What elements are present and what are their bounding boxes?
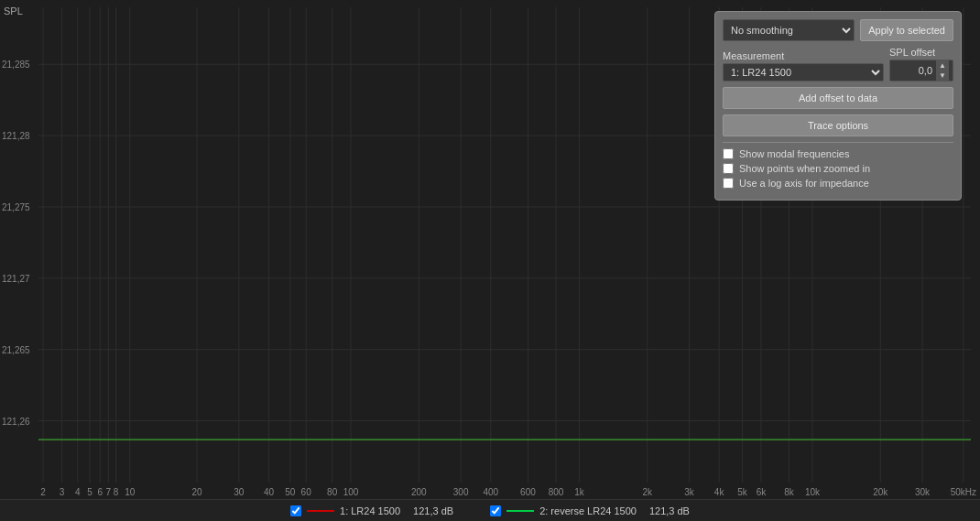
x-label: 2 [40, 487, 46, 497]
x-label: 400 [483, 487, 498, 497]
checkbox-cb2[interactable] [723, 163, 734, 174]
smoothing-select[interactable]: No smoothing1/3 octave1/6 octave1/12 oct… [723, 19, 855, 41]
measurement-col: Measurement 1: LR24 1500 [723, 50, 884, 81]
spl-offset-label: SPL offset [889, 47, 953, 58]
y-label: 21,265 [2, 344, 30, 354]
x-label: 3k [684, 487, 694, 497]
x-label: 5k [737, 487, 747, 497]
x-label: 10k [805, 487, 820, 497]
y-label: 21,275 [2, 201, 30, 212]
x-label: 200 [411, 487, 427, 497]
legend-value: 121,3 dB [413, 505, 453, 516]
apply-selected-button[interactable]: Apply to selected [860, 19, 953, 41]
x-label: 4 [75, 487, 81, 497]
spl-spinner: ▲ ▼ [936, 60, 949, 81]
x-label: 50 [285, 487, 295, 497]
chart-area: SPL No smoothing1/3 octave1/6 octave1/12… [0, 0, 980, 499]
spl-spin-down[interactable]: ▼ [936, 71, 949, 81]
y-label: 21,285 [2, 60, 30, 70]
checkbox-row-cb3: Use a log axis for impedance [723, 178, 953, 189]
spl-offset-input[interactable] [890, 60, 936, 81]
x-label: 7 [106, 487, 112, 497]
x-label: 800 [549, 487, 564, 497]
checkbox-cb3[interactable] [723, 178, 734, 189]
checkbox-label-cb2: Show points when zoomed in [739, 163, 870, 174]
spl-spin-up[interactable]: ▲ [936, 60, 949, 71]
spl-offset-col: SPL offset ▲ ▼ [889, 47, 953, 81]
legend-label: 2: reverse LR24 1500 [539, 505, 637, 516]
y-label: 121,26 [2, 416, 30, 426]
x-label: 60 [301, 487, 311, 497]
measurement-label: Measurement [723, 50, 884, 61]
x-label: 20 [191, 487, 201, 497]
x-label: 80 [327, 487, 337, 497]
checkbox-row-cb1: Show modal frequencies [723, 148, 953, 159]
x-label: 30k [915, 487, 930, 497]
checkbox-label-cb3: Use a log axis for impedance [739, 178, 869, 189]
x-label: 8 [114, 487, 119, 497]
measurement-select[interactable]: 1: LR24 1500 [723, 63, 884, 81]
legend-line [506, 510, 534, 512]
legend-value: 121,3 dB [649, 505, 690, 516]
checkbox-cb1[interactable] [723, 148, 734, 159]
y-label: 121,27 [2, 273, 30, 283]
legend-label: 1: LR24 1500 [340, 505, 400, 516]
x-label: 4k [714, 487, 724, 497]
legend-item: 1: LR24 1500121,3 dB [290, 505, 453, 516]
legend-line [307, 510, 334, 512]
checkbox-row-cb2: Show points when zoomed in [723, 163, 953, 174]
add-offset-row: Add offset to data [723, 87, 953, 109]
x-label: 6k [757, 487, 767, 497]
spl-offset-input-wrap: ▲ ▼ [889, 60, 953, 81]
x-label: 8k [784, 487, 794, 497]
x-label: 3 [60, 487, 65, 497]
legend-bar: 1: LR24 1500121,3 dB2: reverse LR24 1500… [0, 499, 980, 521]
x-label: 100 [343, 487, 359, 497]
measurement-spl-row: Measurement 1: LR24 1500 SPL offset ▲ ▼ [723, 47, 953, 81]
x-label: 6 [97, 487, 103, 497]
x-label: 40 [264, 487, 274, 497]
trace-options-row: Trace options [723, 114, 953, 136]
legend-checkbox[interactable] [290, 505, 301, 516]
trace-options-button[interactable]: Trace options [723, 114, 953, 136]
checkbox-label-cb1: Show modal frequencies [739, 148, 849, 159]
x-label: 20k [873, 487, 887, 497]
smoothing-row: No smoothing1/3 octave1/6 octave1/12 oct… [723, 19, 953, 41]
checkboxes-container: Show modal frequenciesShow points when z… [723, 148, 953, 189]
legend-item: 2: reverse LR24 1500121,3 dB [490, 505, 690, 516]
x-label: 30 [234, 487, 244, 497]
x-label: 300 [453, 487, 469, 497]
x-label: 1k [574, 487, 584, 497]
legend-checkbox[interactable] [490, 505, 501, 516]
y-label: 121,28 [2, 131, 30, 141]
add-offset-button[interactable]: Add offset to data [723, 87, 953, 109]
x-label: 5 [87, 487, 93, 497]
x-label: 600 [520, 487, 536, 497]
x-label: 10 [125, 487, 135, 497]
x-label: 2k [642, 487, 652, 497]
control-panel: No smoothing1/3 octave1/6 octave1/12 oct… [714, 11, 962, 201]
main-container: SPL No smoothing1/3 octave1/6 octave1/12… [0, 0, 980, 521]
divider [723, 142, 953, 143]
x-label: 50kHz [951, 487, 976, 497]
